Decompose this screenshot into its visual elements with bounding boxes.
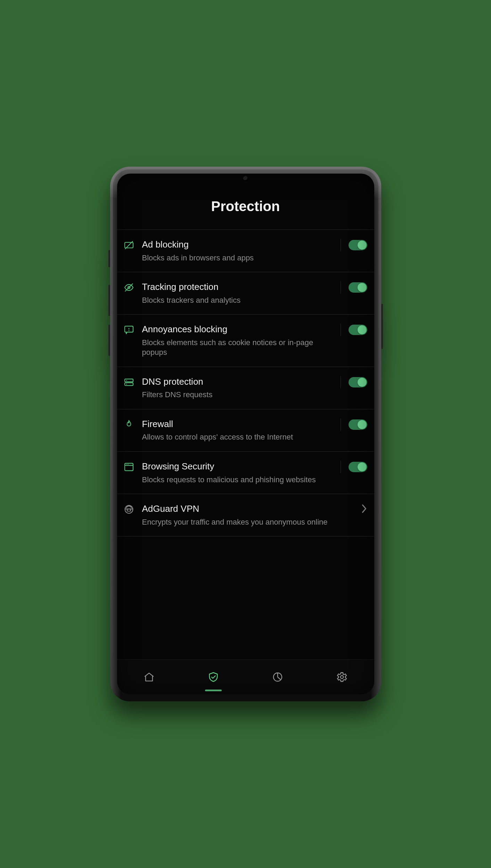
browser-icon xyxy=(123,461,134,473)
setting-subtitle: Blocks elements such as cookie notices o… xyxy=(142,338,334,358)
stats-icon xyxy=(272,671,284,683)
setting-subtitle: Allows to control apps' access to the In… xyxy=(142,432,334,442)
svg-rect-7 xyxy=(125,379,133,382)
firewall-icon xyxy=(123,419,134,430)
setting-title: AdGuard VPN xyxy=(142,503,355,515)
setting-title: Annoyances blocking xyxy=(142,324,334,335)
setting-subtitle: Filters DNS requests xyxy=(142,390,334,400)
toggle-browser[interactable] xyxy=(349,462,367,472)
svg-rect-8 xyxy=(125,383,133,385)
setting-row-dns[interactable]: DNS protection Filters DNS requests xyxy=(117,367,374,409)
setting-subtitle: Blocks trackers and analytics xyxy=(142,295,334,306)
svg-point-10 xyxy=(126,384,127,384)
hw-button xyxy=(108,250,110,267)
toggle-dns[interactable] xyxy=(349,377,367,387)
setting-title: DNS protection xyxy=(142,376,334,387)
home-icon xyxy=(143,671,155,683)
protection-icon xyxy=(207,671,219,683)
ad-block-icon xyxy=(123,240,134,251)
hw-volume-down xyxy=(108,325,110,356)
vpn-icon xyxy=(123,504,134,515)
setting-subtitle: Blocks ads in browsers and apps xyxy=(142,253,334,263)
svg-point-15 xyxy=(128,464,129,465)
svg-point-19 xyxy=(341,676,344,679)
nav-settings[interactable] xyxy=(310,660,374,694)
setting-title: Browsing Security xyxy=(142,461,334,472)
toggle-eye-off[interactable] xyxy=(349,282,367,293)
setting-row-vpn[interactable]: AdGuard VPN Encrypts your traffic and ma… xyxy=(117,494,374,536)
svg-point-6 xyxy=(128,330,129,331)
setting-title: Firewall xyxy=(142,418,334,430)
setting-row-browser[interactable]: Browsing Security Blocks requests to mal… xyxy=(117,451,374,494)
svg-point-13 xyxy=(126,464,126,465)
settings-list: Ad blocking Blocks ads in browsers and a… xyxy=(117,229,374,659)
nav-active-underline xyxy=(205,690,222,691)
setting-subtitle: Encrypts your traffic and makes you anon… xyxy=(142,517,355,527)
svg-point-14 xyxy=(127,464,128,465)
setting-title: Ad blocking xyxy=(142,239,334,250)
nav-home[interactable] xyxy=(117,660,181,694)
setting-row-eye-off[interactable]: Tracking protection Blocks trackers and … xyxy=(117,272,374,314)
eye-off-icon xyxy=(123,282,134,293)
chevron-right-icon xyxy=(361,503,367,515)
annoyance-icon xyxy=(123,324,134,335)
setting-row-firewall[interactable]: Firewall Allows to control apps' access … xyxy=(117,409,374,451)
dns-icon xyxy=(123,377,134,388)
nav-protection[interactable] xyxy=(181,660,246,694)
phone-frame: Protection Ad blocking Blocks ads in bro… xyxy=(110,167,381,701)
page-title: Protection xyxy=(117,174,374,229)
toggle-annoyance[interactable] xyxy=(349,325,367,335)
settings-icon xyxy=(336,671,348,683)
setting-title: Tracking protection xyxy=(142,281,334,293)
svg-point-9 xyxy=(126,380,127,381)
setting-row-annoyance[interactable]: Annoyances blocking Blocks elements such… xyxy=(117,314,374,367)
toggle-ad-block[interactable] xyxy=(349,240,367,250)
setting-row-ad-block[interactable]: Ad blocking Blocks ads in browsers and a… xyxy=(117,229,374,272)
bottom-nav xyxy=(117,659,374,694)
hw-power xyxy=(381,304,383,349)
svg-rect-17 xyxy=(127,509,131,511)
setting-subtitle: Blocks requests to malicious and phishin… xyxy=(142,475,334,485)
nav-stats[interactable] xyxy=(246,660,310,694)
toggle-firewall[interactable] xyxy=(349,419,367,430)
svg-line-3 xyxy=(125,284,132,291)
screen: Protection Ad blocking Blocks ads in bro… xyxy=(117,174,374,694)
camera-notch xyxy=(243,176,248,181)
hw-volume-up xyxy=(108,285,110,316)
